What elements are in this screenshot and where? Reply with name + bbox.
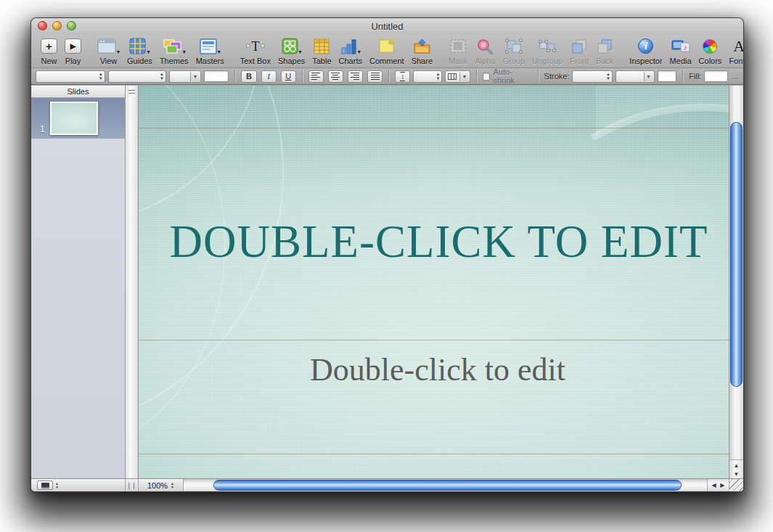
- keynote-window: Untitled +New▶Play▾View▾Guides▾Themes▾Ma…: [30, 17, 744, 492]
- toolbar-button-inspector[interactable]: iInspector: [627, 35, 664, 65]
- stroke-label: Stroke:: [544, 72, 570, 81]
- dropdown-caret-icon: ▾: [299, 49, 302, 56]
- columns-icon: [448, 73, 457, 80]
- charts-icon: [340, 38, 357, 54]
- font-typeface-select[interactable]: ▲▼: [108, 70, 166, 83]
- colors-icon: [703, 39, 717, 54]
- front-icon: [571, 38, 587, 54]
- slide-canvas[interactable]: DOUBLE-CLICK TO EDIT Double-click to edi…: [139, 86, 730, 480]
- stroke-color-well[interactable]: [658, 70, 677, 82]
- toolbar-button-alpha: Alpha: [473, 35, 497, 65]
- align-center-button[interactable]: [328, 70, 343, 83]
- toolbar-button-share[interactable]: Share: [409, 35, 435, 65]
- dropdown-caret-icon: ▾: [147, 49, 150, 56]
- splitter-bottom-handle[interactable]: | |: [126, 479, 139, 491]
- vertical-scrollbar-thumb[interactable]: [730, 122, 743, 387]
- slides-panel-header: Slides: [31, 86, 125, 98]
- align-center-icon: [331, 73, 340, 80]
- columns-select[interactable]: ▼: [445, 70, 470, 83]
- toolbar-button-new[interactable]: +New: [38, 35, 60, 65]
- ungroup-icon: [539, 38, 556, 54]
- toolbar-button-view[interactable]: ▾View: [95, 35, 122, 65]
- scroll-down-arrow-icon[interactable]: ▼: [734, 471, 740, 478]
- dropdown-caret-icon: ▾: [358, 49, 361, 56]
- underline-button[interactable]: U: [281, 70, 296, 83]
- horizontal-scrollbar-thumb[interactable]: [213, 480, 682, 491]
- dropdown-caret-icon: ▾: [183, 49, 186, 56]
- shapes-icon: [282, 38, 298, 54]
- fill-label: Fill:: [689, 72, 701, 81]
- stroke-style-select[interactable]: ▼: [615, 70, 655, 83]
- vertical-align-button[interactable]: ↕: [395, 70, 410, 83]
- font-family-select[interactable]: ▲▼: [36, 70, 105, 83]
- desktop: Untitled +New▶Play▾View▾Guides▾Themes▾Ma…: [0, 0, 773, 532]
- scroll-right-arrow-icon[interactable]: ▶: [720, 482, 724, 488]
- format-bar: ▲▼ ▲▼ ▼ B I U ↕ ▲▼ ▼ Auto-shrink Stroke:…: [31, 67, 743, 85]
- scroll-left-arrow-icon[interactable]: ◀: [712, 482, 716, 488]
- scroll-up-arrow-icon[interactable]: ▲: [734, 462, 740, 469]
- navigator-view-button[interactable]: [37, 480, 53, 490]
- toolbar-button-media[interactable]: ♪Media: [668, 35, 694, 65]
- toolbar-button-table[interactable]: Table: [310, 35, 333, 65]
- sidebar-splitter[interactable]: [126, 86, 139, 480]
- themes-icon: [163, 38, 182, 54]
- window-resize-grip[interactable]: [729, 479, 743, 491]
- font-size-select[interactable]: ▼: [169, 70, 201, 83]
- slide-subtitle-placeholder[interactable]: Double-click to edit: [147, 351, 728, 389]
- chevron-down-icon: ▼: [459, 72, 469, 81]
- dropdown-caret-icon: ▾: [218, 49, 221, 56]
- toolbar-button-fonts[interactable]: AFonts: [727, 35, 744, 65]
- main-area: Slides 1 DOUBLE-CLICK TO: [31, 86, 743, 480]
- masters-icon: [200, 38, 217, 54]
- toolbar-button-group: Group: [500, 35, 527, 65]
- bold-button[interactable]: B: [241, 70, 256, 83]
- slide-list-item[interactable]: 1: [31, 98, 125, 139]
- align-right-button[interactable]: [348, 70, 363, 83]
- fill-color-well[interactable]: [704, 70, 728, 82]
- toolbar-button-charts[interactable]: ▾Charts: [337, 35, 364, 65]
- align-right-icon: [351, 73, 359, 80]
- toolbar: +New▶Play▾View▾Guides▾Themes▾MastersTTex…: [31, 34, 743, 67]
- inspector-icon: i: [638, 38, 653, 54]
- slide-rule-line: [139, 128, 730, 128]
- toolbar-button-play[interactable]: ▶Play: [62, 35, 83, 65]
- vertical-scrollbar[interactable]: ▲ ▼: [729, 86, 743, 480]
- toolbar-button-text-box[interactable]: TText Box: [238, 35, 273, 65]
- slide-title-placeholder[interactable]: DOUBLE-CLICK TO EDIT: [149, 213, 729, 270]
- stroke-width-select[interactable]: ▲▼: [572, 70, 613, 83]
- auto-shrink-label: Auto-shrink: [493, 67, 531, 85]
- toolbar-button-masters[interactable]: ▾Masters: [194, 35, 226, 65]
- back-icon: [597, 38, 613, 54]
- spacing-select[interactable]: ▲▼: [413, 70, 442, 83]
- toolbar-button-guides[interactable]: ▾Guides: [125, 35, 155, 65]
- textbox-icon: T: [246, 38, 265, 54]
- toolbar-button-colors[interactable]: Colors: [697, 35, 724, 65]
- slide-thumbnail[interactable]: [50, 102, 98, 135]
- view-stepper[interactable]: ▲▼: [55, 482, 59, 489]
- vertical-align-icon: ↕: [400, 72, 405, 81]
- slides-sidebar: Slides 1: [31, 86, 126, 480]
- italic-button[interactable]: I: [261, 70, 277, 83]
- auto-shrink-checkbox[interactable]: [483, 73, 491, 81]
- text-color-well[interactable]: [204, 70, 229, 82]
- title-bar[interactable]: Untitled: [31, 18, 743, 34]
- decorative-swoosh: [139, 86, 730, 144]
- toolbar-button-shapes[interactable]: ▾Shapes: [276, 35, 307, 65]
- window-title: Untitled: [31, 21, 743, 32]
- toolbar-button-back: Back: [594, 35, 615, 65]
- fonts-icon: A: [733, 38, 744, 54]
- align-left-icon: [311, 73, 320, 80]
- toolbar-button-themes[interactable]: ▾Themes: [158, 35, 191, 65]
- play-icon: ▶: [65, 38, 81, 54]
- zoom-level-value: 100%: [147, 481, 168, 490]
- slide-rule-line: [139, 454, 730, 454]
- share-icon: [413, 38, 431, 54]
- splitter-handle-icon: [128, 90, 135, 94]
- chevron-down-icon: ▼: [644, 72, 653, 81]
- align-left-button[interactable]: [308, 70, 324, 83]
- toolbar-button-comment[interactable]: Comment: [367, 35, 406, 65]
- align-justify-button[interactable]: [367, 70, 383, 83]
- zoom-stepper[interactable]: ▲▼: [171, 482, 174, 489]
- svg-text:♪: ♪: [683, 43, 687, 52]
- horizontal-scrollbar[interactable]: [184, 479, 707, 491]
